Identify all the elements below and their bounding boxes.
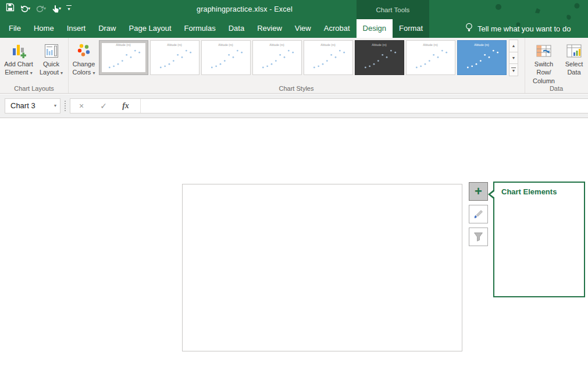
tab-design[interactable]: Design bbox=[357, 19, 393, 38]
group-label-chart-styles: Chart Styles bbox=[68, 85, 525, 92]
touch-mode-button[interactable]: ▾ bbox=[51, 4, 61, 13]
chart-style-thumbnail-1[interactable]: Altitude (m) bbox=[99, 40, 148, 75]
add-chart-element-icon bbox=[2, 40, 35, 58]
switch-row-column-label: Switch Row/ Column bbox=[533, 61, 555, 84]
tab-insert[interactable]: Insert bbox=[60, 19, 92, 38]
paintbrush-icon bbox=[473, 209, 484, 220]
chart-styles-button[interactable] bbox=[469, 205, 488, 223]
chart-elements-panel: Chart Elements bbox=[493, 182, 585, 297]
chart-style-thumbnail-8[interactable]: Altitude (m) bbox=[457, 40, 507, 75]
dropdown-caret-icon: ▾ bbox=[92, 70, 95, 76]
tab-review[interactable]: Review bbox=[251, 19, 288, 38]
svg-text:Altitude (m): Altitude (m) bbox=[320, 43, 336, 47]
name-box[interactable]: Chart 3 ▾ bbox=[5, 98, 60, 113]
thumbnail-mini-chart: Altitude (m) bbox=[151, 41, 199, 73]
svg-text:Altitude (m): Altitude (m) bbox=[116, 43, 131, 47]
chart-style-thumbnail-5[interactable]: Altitude (m) bbox=[304, 40, 353, 75]
gallery-scrollbar: ▲ ▼ ▼ bbox=[509, 40, 518, 76]
undo-caret-icon[interactable]: ▾ bbox=[28, 6, 30, 11]
chart-filters-button[interactable] bbox=[469, 228, 488, 246]
change-colors-label: Change Colors bbox=[73, 61, 95, 76]
touch-mode-caret-icon[interactable]: ▾ bbox=[59, 6, 61, 11]
group-data: Switch Row/ Column Select Data Data bbox=[525, 38, 588, 93]
tab-draw[interactable]: Draw bbox=[92, 19, 122, 38]
svg-text:Altitude (m): Altitude (m) bbox=[269, 43, 284, 47]
quick-layout-label: Quick Layout bbox=[40, 61, 59, 76]
group-chart-layouts: Add Chart Element ▾ Quick Layout ▾ Chart… bbox=[0, 38, 69, 93]
lightbulb-icon bbox=[465, 23, 473, 34]
chart-style-thumbnail-3[interactable]: Altitude (m) bbox=[201, 40, 251, 75]
tab-page-layout[interactable]: Page Layout bbox=[123, 19, 178, 38]
change-colors-icon bbox=[69, 40, 98, 58]
thumbnail-mini-chart: Altitude (m) bbox=[407, 41, 455, 73]
chart-styles-gallery: Altitude (m)Altitude (m)Altitude (m)Alti… bbox=[99, 40, 507, 76]
svg-text:Altitude (m): Altitude (m) bbox=[372, 43, 387, 47]
worksheet-grid[interactable]: + Chart Elements bbox=[0, 118, 588, 366]
chart-elements-panel-title: Chart Elements bbox=[501, 187, 584, 196]
quick-layout-button[interactable]: Quick Layout ▾ bbox=[36, 40, 66, 77]
thumbnail-mini-chart: Altitude (m) bbox=[458, 41, 506, 73]
dropdown-caret-icon: ▾ bbox=[30, 70, 33, 76]
gallery-scroll-down-icon[interactable]: ▼ bbox=[509, 52, 518, 65]
contextual-tab-group: Chart ToolsDesignFormat bbox=[357, 19, 430, 38]
tab-acrobat[interactable]: Acrobat bbox=[318, 19, 357, 38]
quick-access-toolbar: ▾ ▾ ▾ ▾ bbox=[6, 3, 72, 14]
svg-text:Altitude (m): Altitude (m) bbox=[218, 43, 233, 47]
switch-row-column-icon bbox=[527, 40, 561, 58]
cancel-icon[interactable]: × bbox=[70, 101, 92, 111]
thumbnail-mini-chart: Altitude (m) bbox=[304, 41, 352, 73]
tab-file[interactable]: File bbox=[2, 19, 27, 38]
tab-data[interactable]: Data bbox=[222, 19, 251, 38]
chart-style-thumbnail-6[interactable]: Altitude (m) bbox=[355, 40, 404, 75]
insert-function-icon[interactable]: fx bbox=[115, 101, 137, 111]
chart-style-thumbnail-2[interactable]: Altitude (m) bbox=[150, 40, 199, 75]
gallery-more-icon[interactable]: ▼ bbox=[509, 63, 518, 76]
group-chart-styles: Change Colors ▾ Altitude (m)Altitude (m)… bbox=[68, 38, 525, 93]
svg-text:Altitude (m): Altitude (m) bbox=[167, 43, 182, 47]
switch-row-column-button[interactable]: Switch Row/ Column bbox=[527, 40, 561, 85]
add-chart-element-label: Add Chart Element bbox=[4, 61, 33, 76]
chart-style-thumbnail-7[interactable]: Altitude (m) bbox=[406, 40, 455, 75]
select-data-icon bbox=[562, 40, 586, 58]
titlebar: ▾ ▾ ▾ ▾ graphingpractice.xlsx - Excel Fi… bbox=[0, 0, 588, 38]
formula-bar: × ✓ fx bbox=[70, 98, 588, 113]
thumbnail-mini-chart: Altitude (m) bbox=[253, 41, 301, 73]
chart-object[interactable] bbox=[182, 184, 462, 351]
svg-text:Altitude (m): Altitude (m) bbox=[423, 43, 438, 47]
window-title: graphingpractice.xlsx - Excel bbox=[197, 5, 293, 13]
quick-layout-icon bbox=[36, 40, 66, 58]
funnel-icon bbox=[473, 232, 483, 241]
chart-style-thumbnail-4[interactable]: Altitude (m) bbox=[252, 40, 302, 75]
ribbon: Add Chart Element ▾ Quick Layout ▾ Chart… bbox=[0, 38, 588, 94]
thumbnail-mini-chart: Altitude (m) bbox=[202, 41, 250, 73]
name-box-value: Chart 3 bbox=[10, 101, 35, 110]
customize-quick-access-icon[interactable]: ▾ bbox=[66, 5, 72, 12]
tab-format[interactable]: Format bbox=[393, 19, 429, 38]
enter-icon[interactable]: ✓ bbox=[92, 101, 115, 111]
dropdown-caret-icon: ▾ bbox=[60, 70, 63, 76]
formula-bar-strip: Chart 3 ▾ × ✓ fx bbox=[0, 94, 588, 118]
save-icon[interactable] bbox=[6, 3, 15, 14]
gallery-scroll-up-icon[interactable]: ▲ bbox=[509, 40, 518, 52]
change-colors-button[interactable]: Change Colors ▾ bbox=[69, 40, 98, 77]
excel-window: ▾ ▾ ▾ ▾ graphingpractice.xlsx - Excel Fi… bbox=[0, 0, 588, 366]
tell-me-label: Tell me what you want to do bbox=[477, 24, 571, 33]
formula-bar-divider bbox=[65, 101, 66, 111]
tell-me-box[interactable]: Tell me what you want to do bbox=[465, 19, 571, 38]
thumbnail-mini-chart: Altitude (m) bbox=[355, 41, 404, 73]
tab-view[interactable]: View bbox=[288, 19, 318, 38]
tab-home[interactable]: Home bbox=[27, 19, 60, 38]
redo-caret-icon: ▾ bbox=[44, 6, 46, 11]
add-chart-element-button[interactable]: Add Chart Element ▾ bbox=[2, 40, 35, 77]
undo-button[interactable]: ▾ bbox=[20, 5, 30, 13]
group-label-data: Data bbox=[525, 85, 588, 92]
name-box-caret-icon[interactable]: ▾ bbox=[54, 99, 56, 113]
redo-button: ▾ bbox=[35, 5, 46, 13]
formula-input-divider bbox=[140, 99, 141, 113]
contextual-tab-group-label: Chart Tools bbox=[357, 0, 430, 19]
select-data-button[interactable]: Select Data bbox=[562, 40, 586, 77]
chart-elements-button[interactable]: + bbox=[469, 182, 488, 201]
svg-text:Altitude (m): Altitude (m) bbox=[474, 43, 489, 47]
tab-formulas[interactable]: Formulas bbox=[178, 19, 222, 38]
plus-icon: + bbox=[475, 186, 482, 197]
